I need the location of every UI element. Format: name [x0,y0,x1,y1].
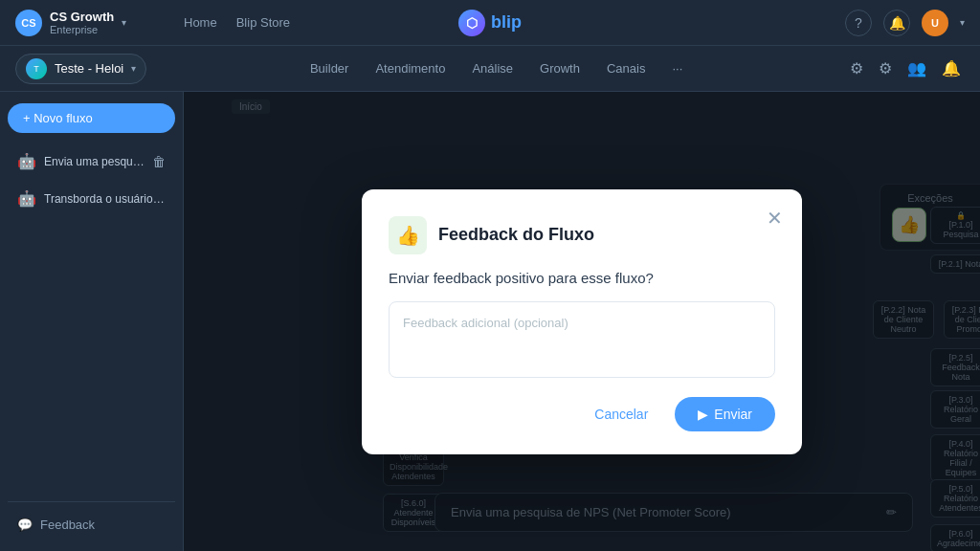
top-navigation: CS CS Growth Enterprise ▾ Home Blip Stor… [0,0,980,46]
feedback-icon: 💬 [17,518,33,532]
new-flow-button[interactable]: + Novo fluxo [8,103,175,133]
puzzle-icon[interactable]: ⚙ [846,55,867,81]
bot-avatar: T [26,58,47,79]
notifications-button[interactable]: 🔔 [883,10,910,36]
modal-header: 👍 Feedback do Fluxo [389,216,775,254]
feedback-item[interactable]: 💬 Feedback [8,510,175,540]
bot-chevron-icon: ▾ [131,63,136,74]
cancel-button[interactable]: Cancelar [579,399,663,430]
modal-question: Enviar feedback positivo para esse fluxo… [389,270,775,286]
team-icon[interactable]: 👥 [903,55,930,81]
send-button[interactable]: ▶ Enviar [675,397,775,431]
top-nav-right: ? 🔔 U ▾ [845,10,965,36]
second-nav-tabs: Builder Atendimento Análise Growth Canai… [299,55,694,81]
blip-logo-icon: ⬡ [458,10,485,36]
sidebar-item-survey[interactable]: 🤖 Envia uma pesquisa de N 🗑 [8,144,175,178]
tab-builder[interactable]: Builder [299,55,360,81]
tab-more[interactable]: ··· [660,55,694,81]
modal-actions: Cancelar ▶ Enviar [389,397,775,431]
survey-icon: 🤖 [17,152,36,170]
sidebar-item-transfer[interactable]: 🤖 Transborda o usuário dir... [8,182,175,215]
help-button[interactable]: ? [845,10,872,36]
tab-canais[interactable]: Canais [595,55,657,81]
send-icon: ▶ [698,407,708,422]
delete-icon[interactable]: 🗑 [152,154,166,169]
second-navigation: T Teste - Heloi ▾ Builder Atendimento An… [0,46,980,92]
feedback-modal: 👍 Feedback do Fluxo ✕ Enviar feedback po… [362,189,802,454]
modal-title: Feedback do Fluxo [438,225,594,245]
nav-link-home[interactable]: Home [184,15,217,30]
settings-icon[interactable]: ⚙ [875,55,896,81]
tab-atendimento[interactable]: Atendimento [364,55,457,81]
company-name: CS Growth [50,10,114,24]
blip-logo: ⬡ blip [458,10,522,36]
modal-textarea-container[interactable]: Feedback adicional (opcional) [389,301,775,378]
nav-link-blipstore[interactable]: Blip Store [236,15,290,30]
sidebar-item-survey-label: Envia uma pesquisa de N [44,155,145,168]
modal-thumbs-up-icon: 👍 [389,216,427,254]
sidebar-item-transfer-label: Transborda o usuário dir... [44,192,166,206]
top-nav-links: Home Blip Store [184,15,290,30]
tab-analise[interactable]: Análise [460,55,524,81]
bot-name: Teste - Heloi [55,61,123,76]
second-nav-right: ⚙ ⚙ 👥 🔔 [846,55,965,81]
canvas-area[interactable]: Exceções 👍 👎 Início 🔒[T.1.1] Base Inicia… [184,92,980,551]
main-area: + Novo fluxo 🤖 Envia uma pesquisa de N 🗑… [0,92,980,551]
modal-overlay[interactable]: 👍 Feedback do Fluxo ✕ Enviar feedback po… [184,92,980,551]
company-selector[interactable]: CS CS Growth Enterprise ▾ [15,10,168,36]
feedback-label: Feedback [40,518,95,532]
tab-growth[interactable]: Growth [528,55,591,81]
user-chevron-icon: ▾ [960,17,965,28]
transfer-icon: 🤖 [17,189,36,208]
sidebar-bottom: 💬 Feedback [8,501,175,540]
company-avatar: CS [15,10,42,36]
user-avatar[interactable]: U [922,10,948,36]
send-label: Enviar [714,407,752,422]
modal-textarea-placeholder: Feedback adicional (opcional) [403,316,568,330]
sidebar: + Novo fluxo 🤖 Envia uma pesquisa de N 🗑… [0,92,184,551]
company-tier: Enterprise [50,24,114,35]
modal-close-button[interactable]: ✕ [767,209,783,228]
blip-logo-text: blip [491,12,522,33]
chevron-down-icon: ▾ [122,17,126,28]
bot-selector[interactable]: T Teste - Heloi ▾ [15,54,146,84]
alert-icon[interactable]: 🔔 [938,55,965,81]
